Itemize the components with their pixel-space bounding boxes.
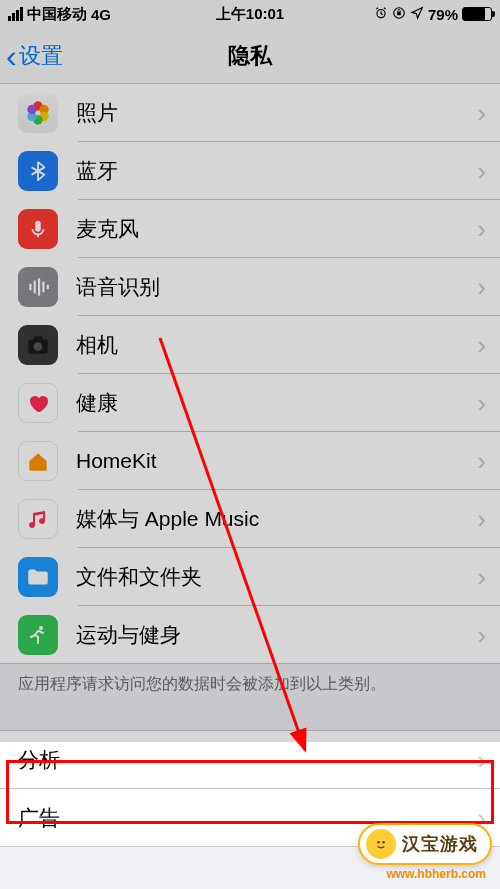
- svg-rect-14: [47, 285, 49, 289]
- row-label: 分析: [18, 746, 477, 774]
- watermark-text: 汉宝游戏: [402, 832, 478, 856]
- chevron-right-icon: ›: [477, 388, 500, 419]
- row-files[interactable]: 文件和文件夹 ›: [0, 548, 500, 606]
- svg-rect-2: [397, 11, 401, 14]
- nav-header: ‹ 设置 隐私: [0, 28, 500, 84]
- row-activity[interactable]: 运动与健身 ›: [0, 606, 500, 664]
- chevron-right-icon: ›: [477, 98, 500, 129]
- carrier-label: 中国移动: [27, 5, 87, 24]
- bluetooth-icon: [18, 151, 58, 191]
- row-speech[interactable]: 语音识别 ›: [0, 258, 500, 316]
- health-icon: [18, 383, 58, 423]
- files-icon: [18, 557, 58, 597]
- camera-icon: [18, 325, 58, 365]
- watermark-logo-icon: [366, 829, 396, 859]
- speech-icon: [18, 267, 58, 307]
- alarm-icon: [374, 6, 388, 23]
- clock-label: 上午10:01: [216, 5, 284, 24]
- row-homekit[interactable]: HomeKit ›: [0, 432, 500, 490]
- row-label: 照片: [76, 99, 477, 127]
- chevron-right-icon: ›: [477, 504, 500, 535]
- row-label: 文件和文件夹: [76, 563, 477, 591]
- svg-rect-10: [29, 284, 31, 291]
- row-label: 运动与健身: [76, 621, 477, 649]
- row-label: 相机: [76, 331, 477, 359]
- back-button[interactable]: ‹ 设置: [0, 40, 63, 72]
- status-left: 中国移动 4G: [8, 5, 111, 24]
- activity-icon: [18, 615, 58, 655]
- watermark-url: www.hbherb.com: [386, 867, 486, 881]
- status-right: 79%: [374, 6, 492, 23]
- chevron-right-icon: ›: [477, 446, 500, 477]
- svg-rect-13: [42, 282, 44, 293]
- chevron-right-icon: ›: [477, 620, 500, 651]
- battery-icon: [462, 7, 492, 21]
- chevron-right-icon: ›: [477, 745, 500, 776]
- row-label: 媒体与 Apple Music: [76, 505, 477, 533]
- row-label: 语音识别: [76, 273, 477, 301]
- row-label: HomeKit: [76, 449, 477, 473]
- svg-rect-11: [34, 281, 36, 294]
- chevron-right-icon: ›: [477, 562, 500, 593]
- row-music[interactable]: 媒体与 Apple Music ›: [0, 490, 500, 548]
- location-icon: [410, 6, 424, 23]
- signal-icon: [8, 7, 23, 21]
- svg-point-22: [382, 841, 385, 844]
- row-microphone[interactable]: 麦克风 ›: [0, 200, 500, 258]
- svg-point-16: [34, 342, 43, 351]
- chevron-right-icon: ›: [477, 156, 500, 187]
- row-label: 健康: [76, 389, 477, 417]
- music-icon: [18, 499, 58, 539]
- row-label: 麦克风: [76, 215, 477, 243]
- network-label: 4G: [91, 6, 111, 23]
- row-label: 蓝牙: [76, 157, 477, 185]
- svg-rect-17: [34, 336, 43, 340]
- page-title: 隐私: [228, 41, 272, 71]
- row-analytics[interactable]: 分析 ›: [0, 731, 500, 789]
- homekit-icon: [18, 441, 58, 481]
- orientation-lock-icon: [392, 6, 406, 23]
- chevron-right-icon: ›: [477, 330, 500, 361]
- row-photos[interactable]: 照片 ›: [0, 84, 500, 142]
- svg-point-20: [373, 836, 390, 853]
- photos-icon: [18, 93, 58, 133]
- privacy-settings-screen: 中国移动 4G 上午10:01 79% ‹ 设置 隐私: [0, 0, 500, 889]
- svg-rect-12: [38, 278, 40, 295]
- watermark: 汉宝游戏 www.hbherb.com: [358, 823, 492, 881]
- group-separator: [0, 709, 500, 731]
- privacy-categories-list: 照片 › 蓝牙 › 麦克风 › 语音识别 ›: [0, 84, 500, 664]
- status-bar: 中国移动 4G 上午10:01 79%: [0, 0, 500, 28]
- microphone-icon: [18, 209, 58, 249]
- battery-pct: 79%: [428, 6, 458, 23]
- group-footer-text: 应用程序请求访问您的数据时会被添加到以上类别。: [0, 664, 500, 709]
- svg-point-18: [39, 626, 43, 630]
- chevron-right-icon: ›: [477, 214, 500, 245]
- row-camera[interactable]: 相机 ›: [0, 316, 500, 374]
- row-health[interactable]: 健康 ›: [0, 374, 500, 432]
- chevron-left-icon: ‹: [6, 40, 17, 72]
- chevron-right-icon: ›: [477, 272, 500, 303]
- svg-rect-9: [35, 221, 41, 232]
- back-label: 设置: [19, 41, 63, 71]
- svg-point-8: [27, 105, 36, 114]
- watermark-badge: 汉宝游戏: [358, 823, 492, 865]
- svg-point-21: [377, 841, 380, 844]
- row-bluetooth[interactable]: 蓝牙 ›: [0, 142, 500, 200]
